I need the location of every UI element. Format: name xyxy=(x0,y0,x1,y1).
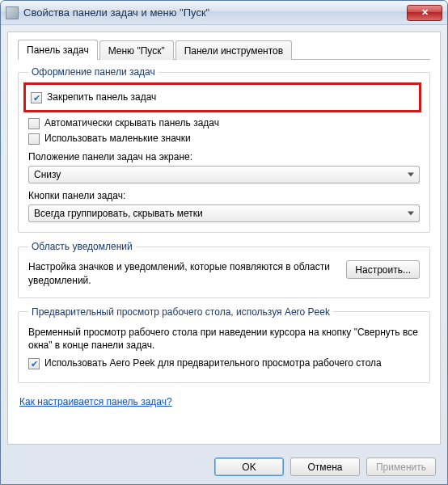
group-notifications: Область уведомлений Настройка значков и … xyxy=(18,241,430,298)
checkbox-label: Использовать маленькие значки xyxy=(44,133,420,144)
tab-toolbars[interactable]: Панели инструментов xyxy=(175,40,292,60)
dialog-footer: OK Отмена Применить xyxy=(1,451,447,484)
titlebar[interactable]: Свойства панели задач и меню "Пуск" ✕ xyxy=(1,1,447,25)
checkbox-lock-taskbar[interactable]: Закрепить панель задач xyxy=(31,91,414,103)
checkbox-icon xyxy=(31,92,42,103)
checkbox-small-icons[interactable]: Использовать маленькие значки xyxy=(28,133,420,145)
group-notifications-legend: Область уведомлений xyxy=(28,241,136,252)
dropdown-value: Снизу xyxy=(34,169,61,180)
app-icon xyxy=(6,6,19,19)
aero-peek-desc: Временный просмотр рабочего стола при на… xyxy=(28,326,420,353)
notifications-desc: Настройка значков и уведомлений, которые… xyxy=(28,260,338,288)
group-appearance: Оформление панели задач Закрепить панель… xyxy=(18,66,430,233)
dialog-window: Свойства панели задач и меню "Пуск" ✕ Па… xyxy=(0,0,448,485)
window-title: Свойства панели задач и меню "Пуск" xyxy=(23,6,407,19)
apply-button[interactable]: Применить xyxy=(366,458,436,476)
group-aero-peek: Предварительный просмотр рабочего стола,… xyxy=(18,306,430,384)
checkbox-label: Закрепить панель задач xyxy=(47,91,414,103)
label-position: Положение панели задач на экране: xyxy=(28,151,420,162)
checkbox-icon xyxy=(28,118,40,129)
checkbox-label: Автоматически скрывать панель задач xyxy=(44,117,420,129)
close-icon: ✕ xyxy=(421,7,429,18)
checkbox-icon xyxy=(28,358,40,369)
tab-start-menu[interactable]: Меню "Пуск" xyxy=(99,40,174,60)
checkbox-aero-peek[interactable]: Использовать Aero Peek для предварительн… xyxy=(28,357,420,369)
checkbox-autohide[interactable]: Автоматически скрывать панель задач xyxy=(28,117,420,129)
help-link[interactable]: Как настраивается панель задач? xyxy=(19,396,430,407)
group-aero-peek-legend: Предварительный просмотр рабочего стола,… xyxy=(28,306,333,318)
client-area: Панель задач Меню "Пуск" Панели инструме… xyxy=(7,32,441,445)
highlight-lock-taskbar: Закрепить панель задач xyxy=(23,82,421,112)
dropdown-buttons[interactable]: Всегда группировать, скрывать метки xyxy=(28,205,420,222)
close-button[interactable]: ✕ xyxy=(407,5,442,21)
checkbox-label: Использовать Aero Peek для предварительн… xyxy=(44,357,420,369)
group-appearance-legend: Оформление панели задач xyxy=(28,66,158,78)
tab-taskbar[interactable]: Панель задач xyxy=(18,40,98,60)
dropdown-value: Всегда группировать, скрывать метки xyxy=(34,208,203,219)
tab-strip: Панель задач Меню "Пуск" Панели инструме… xyxy=(18,39,430,60)
ok-button[interactable]: OK xyxy=(214,458,284,476)
checkbox-icon xyxy=(28,133,40,145)
customize-button[interactable]: Настроить... xyxy=(346,260,420,279)
cancel-button[interactable]: Отмена xyxy=(290,458,360,476)
dropdown-position[interactable]: Снизу xyxy=(28,166,420,183)
label-buttons: Кнопки панели задач: xyxy=(28,190,420,201)
